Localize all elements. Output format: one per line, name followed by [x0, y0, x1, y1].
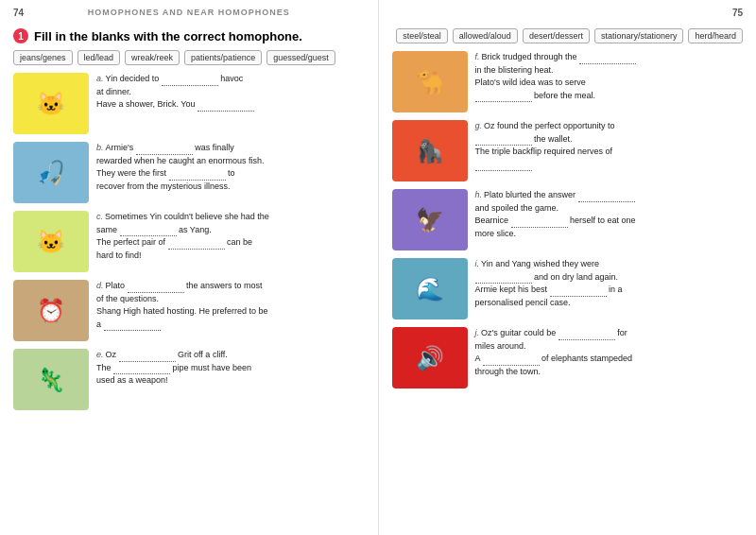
- word-chip: wreak/reek: [125, 50, 180, 65]
- exercise-text: h.Plato blurted the answer and spoiled t…: [475, 189, 744, 240]
- word-chip: steel/steal: [396, 28, 448, 43]
- exercise-image: 🦍: [392, 120, 468, 181]
- exercise-text: i.Yin and Yang wished they were and on d…: [475, 258, 744, 309]
- word-bank-left: jeans/genesled/leadwreak/reekpatients/pa…: [13, 50, 365, 65]
- exercise-image: ⏰: [13, 280, 89, 341]
- word-chip: herd/heard: [688, 28, 743, 43]
- word-chip: desert/dessert: [523, 28, 590, 43]
- word-bank-right: steel/stealallowed/alouddesert/dessertst…: [392, 28, 744, 43]
- page-number-right: 75: [732, 8, 743, 18]
- word-chip: jeans/genes: [13, 50, 73, 65]
- word-chip: stationary/stationery: [594, 28, 684, 43]
- exercise-image: 🌊: [392, 258, 468, 319]
- exercise-item: 🐱c.Sometimes Yin couldn't believe she ha…: [13, 211, 365, 272]
- exercise-title: 1 Fill in the blanks with the correct ho…: [13, 28, 365, 43]
- left-page: 74 HOMOPHONES AND NEAR HOMOPHONES 1 Fill…: [0, 0, 379, 535]
- exercise-image: 🎣: [13, 142, 89, 203]
- exercise-text: g.Oz found the perfect opportunity to th…: [475, 120, 744, 171]
- exercise-item: 🐱a.Yin decided to havocat dinner.Have a …: [13, 73, 365, 134]
- exercise-item: 🌊i.Yin and Yang wished they were and on …: [392, 258, 744, 319]
- exercise-item: 🦅h.Plato blurted the answer and spoiled …: [392, 189, 744, 250]
- exercise-text: j.Oz's guitar could be formiles around.A…: [475, 327, 744, 378]
- exercise-text: c.Sometimes Yin couldn't believe she had…: [96, 211, 365, 262]
- exercise-image: 🐱: [13, 211, 89, 272]
- word-chip: guessed/guest: [266, 50, 335, 65]
- word-chip: led/lead: [77, 50, 121, 65]
- page-header: HOMOPHONES AND NEAR HOMOPHONES: [0, 8, 378, 17]
- exercises-right: 🐪f.Brick trudged through the in the blis…: [392, 51, 744, 388]
- exercise-item: ⏰d.Plato the answers to mostof the quest…: [13, 280, 365, 341]
- page-container: 74 HOMOPHONES AND NEAR HOMOPHONES 1 Fill…: [0, 0, 756, 535]
- exercise-image: 🦎: [13, 349, 89, 410]
- exercise-image: 🦅: [392, 189, 468, 250]
- exercise-item: 🔊j.Oz's guitar could be formiles around.…: [392, 327, 744, 388]
- exercise-image: 🔊: [392, 327, 468, 388]
- exercises-left: 🐱a.Yin decided to havocat dinner.Have a …: [13, 73, 365, 410]
- word-chip: patients/patience: [184, 50, 262, 65]
- exercise-text: f.Brick trudged through the in the blist…: [475, 51, 744, 102]
- exercise-image: 🐪: [392, 51, 468, 112]
- word-chip: allowed/aloud: [453, 28, 518, 43]
- exercise-item: 🦎e.Oz Grit off a cliff.The pipe must hav…: [13, 349, 365, 410]
- exercise-item: 🐪f.Brick trudged through the in the blis…: [392, 51, 744, 112]
- exercise-text: a.Yin decided to havocat dinner.Have a s…: [96, 73, 365, 112]
- exercise-image: 🐱: [13, 73, 89, 134]
- title-text: Fill in the blanks with the correct homo…: [34, 29, 302, 43]
- exercise-item: 🦍g.Oz found the perfect opportunity to t…: [392, 120, 744, 181]
- exercise-text: e.Oz Grit off a cliff.The pipe must have…: [96, 349, 365, 388]
- title-number: 1: [13, 28, 28, 43]
- exercise-text: d.Plato the answers to mostof the questi…: [96, 280, 365, 331]
- exercise-item: 🎣b.Armie's was finallyrewarded when he c…: [13, 142, 365, 203]
- right-page: 75 steel/stealallowed/alouddesert/desser…: [379, 0, 757, 535]
- exercise-text: b.Armie's was finallyrewarded when he ca…: [96, 142, 365, 193]
